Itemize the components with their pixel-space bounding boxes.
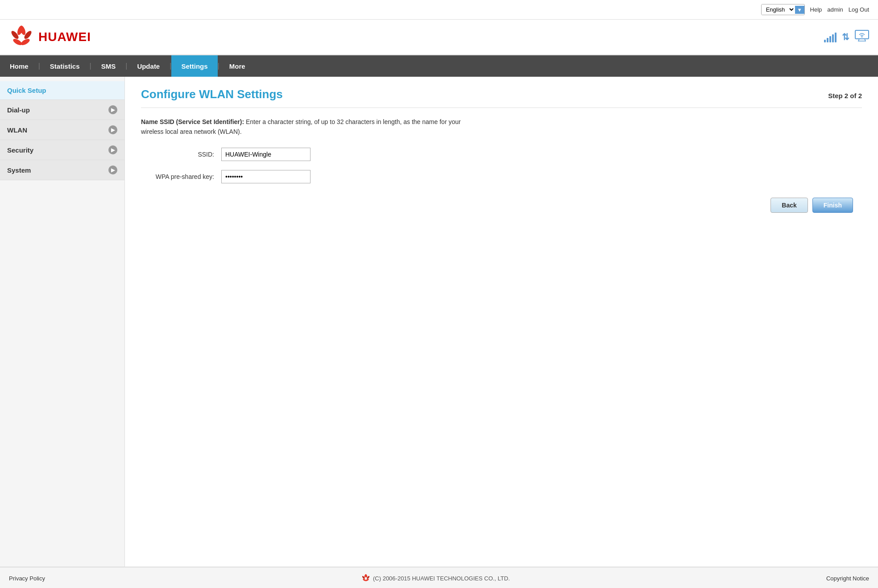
privacy-policy-link[interactable]: Privacy Policy xyxy=(9,575,45,582)
form-section: Name SSID (Service Set Identifier): Ente… xyxy=(141,117,862,213)
svg-point-13 xyxy=(365,578,369,581)
sidebar: Quick Setup Dial-up ▶ WLAN ▶ Security ▶ … xyxy=(0,77,125,567)
monitor-icon xyxy=(855,30,869,44)
svg-point-11 xyxy=(861,36,863,37)
footer-center: (C) 2006-2015 HUAWEI TECHNOLOGIES CO., L… xyxy=(361,574,510,583)
sidebar-label-wlan: WLAN xyxy=(7,126,27,134)
finish-button[interactable]: Finish xyxy=(812,198,853,213)
nav-settings[interactable]: Settings xyxy=(171,55,217,77)
copyright-notice-link[interactable]: Copyright Notice xyxy=(826,575,869,582)
sidebar-item-wlan[interactable]: WLAN ▶ xyxy=(0,120,124,140)
back-button[interactable]: Back xyxy=(770,198,808,213)
top-bar-right: English ▼ Help admin Log Out xyxy=(761,4,869,15)
wpa-row: WPA pre-shared key: xyxy=(141,170,862,183)
logout-link[interactable]: Log Out xyxy=(849,6,869,13)
sidebar-label-system: System xyxy=(7,166,31,174)
data-transfer-icon: ⇅ xyxy=(842,32,849,42)
nav-sms[interactable]: SMS xyxy=(91,55,126,77)
ssid-label: SSID: xyxy=(141,151,221,158)
svg-rect-7 xyxy=(855,30,869,39)
signal-icons: ⇅ xyxy=(824,30,869,44)
huawei-logo-icon xyxy=(9,25,34,50)
sidebar-item-security[interactable]: Security ▶ xyxy=(0,140,124,160)
sidebar-item-quick-setup[interactable]: Quick Setup xyxy=(0,81,124,100)
button-row: Back Finish xyxy=(141,198,862,213)
svg-point-16 xyxy=(363,578,367,581)
sidebar-item-system[interactable]: System ▶ xyxy=(0,160,124,180)
svg-point-6 xyxy=(19,35,24,39)
footer: Privacy Policy (C) 2006-2015 HUAWEI TECH… xyxy=(0,567,878,588)
copyright-text: (C) 2006-2015 HUAWEI TECHNOLOGIES CO., L… xyxy=(373,575,510,582)
description-bold: Name SSID (Service Set Identifier): xyxy=(141,118,244,125)
nav-more[interactable]: More xyxy=(220,55,255,77)
language-arrow-icon[interactable]: ▼ xyxy=(795,6,804,14)
ssid-row: SSID: xyxy=(141,148,862,161)
content-header: Configure WLAN Settings Step 2 of 2 xyxy=(141,87,862,108)
nav-update[interactable]: Update xyxy=(127,55,170,77)
logo-area: HUAWEI xyxy=(9,25,91,50)
nav-statistics[interactable]: Statistics xyxy=(40,55,90,77)
brand-name: HUAWEI xyxy=(38,30,91,44)
sidebar-item-dialup[interactable]: Dial-up ▶ xyxy=(0,100,124,120)
signal-strength-icon xyxy=(824,32,837,42)
footer-logo-icon xyxy=(361,574,370,583)
sidebar-label-quick-setup: Quick Setup xyxy=(7,87,46,94)
main-layout: Quick Setup Dial-up ▶ WLAN ▶ Security ▶ … xyxy=(0,77,878,567)
content-area: Configure WLAN Settings Step 2 of 2 Name… xyxy=(125,77,878,567)
step-indicator: Step 2 of 2 xyxy=(828,92,862,99)
language-select[interactable]: English xyxy=(762,4,795,15)
nav-home[interactable]: Home xyxy=(0,55,38,77)
wpa-input[interactable] xyxy=(221,170,311,183)
description-text: Name SSID (Service Set Identifier): Ente… xyxy=(141,117,480,137)
sidebar-arrow-wlan: ▶ xyxy=(108,125,117,134)
admin-link[interactable]: admin xyxy=(827,6,843,13)
ssid-input[interactable] xyxy=(221,148,311,161)
help-link[interactable]: Help xyxy=(810,6,822,13)
wpa-label: WPA pre-shared key: xyxy=(141,173,221,180)
page-title: Configure WLAN Settings xyxy=(141,87,283,101)
sidebar-arrow-dialup: ▶ xyxy=(108,105,117,114)
sidebar-label-security: Security xyxy=(7,146,33,154)
sidebar-arrow-security: ▶ xyxy=(108,145,117,154)
language-selector[interactable]: English ▼ xyxy=(761,4,805,15)
top-bar: English ▼ Help admin Log Out xyxy=(0,0,878,20)
main-nav: Home | Statistics | SMS | Update | Setti… xyxy=(0,55,878,77)
sidebar-label-dialup: Dial-up xyxy=(7,106,30,114)
sidebar-arrow-system: ▶ xyxy=(108,166,117,174)
logo-bar: HUAWEI ⇅ xyxy=(0,20,878,55)
